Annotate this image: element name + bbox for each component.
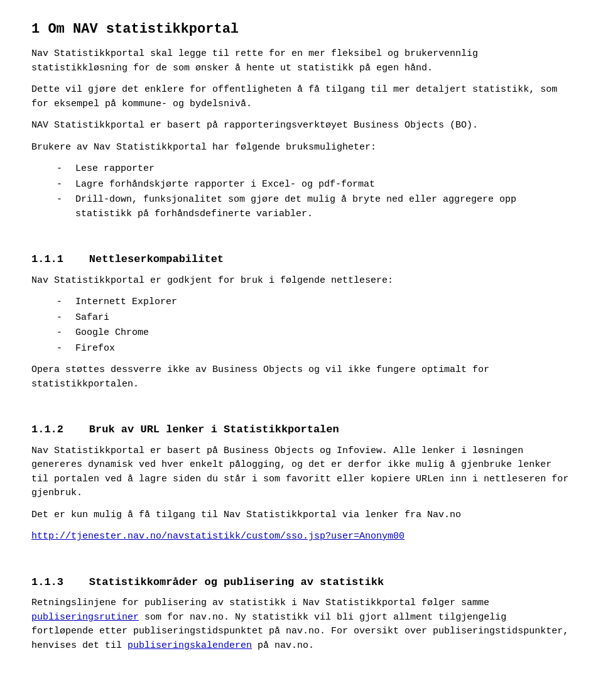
list-item: Google Chrome <box>69 326 572 341</box>
section-1-2-num: 1.1.2 <box>31 424 63 435</box>
section-1-3-header: 1.1.3 Statistikkområder og publisering a… <box>31 574 572 591</box>
list-item: Lagre forhåndskjørte rapporter i Excel- … <box>69 178 572 192</box>
section-1-1-num: 1.1.1 <box>31 253 63 265</box>
brukere-list: Lese rapporterLagre forhåndskjørte rappo… <box>69 162 572 221</box>
section-1-3-p1-suffix: på nav.no. <box>258 640 314 651</box>
section-1-3-p1-prefix: Retningslinjene for publisering av stati… <box>31 598 489 608</box>
intro-paragraph-3: NAV Statistikkportal er basert på rappor… <box>31 119 572 133</box>
list-item: Drill-down, funksjonalitet som gjøre det… <box>69 193 572 221</box>
intro-paragraph-1: Nav Statistikkportal skal legge til rett… <box>31 47 572 75</box>
publiseringsrutiner-link[interactable]: publiseringsrutiner <box>31 612 139 623</box>
page-title: 1 Om NAV statistikkportal <box>31 19 572 40</box>
section-1-2-header: 1.1.2 Bruk av URL lenker i Statistikkpor… <box>31 422 572 438</box>
section-1-2-link-para: http://tjenester.nav.no/navstatistikk/cu… <box>31 530 572 544</box>
list-item: Internett Explorer <box>69 295 572 310</box>
nettlesere-list: Internett ExplorerSafariGoogle ChromeFir… <box>69 295 572 356</box>
section-1-1-intro: Nav Statistikkportal er godkjent for bru… <box>31 274 572 288</box>
list-item: Safari <box>69 311 572 325</box>
section-1-3-title: Statistikkområder og publisering av stat… <box>89 576 384 588</box>
section-1-2-title: Bruk av URL lenker i Statistikkportalen <box>89 424 339 435</box>
intro-paragraph-2: Dette vil gjøre det enklere for offentli… <box>31 83 572 111</box>
opera-note: Opera støttes dessverre ikke av Business… <box>31 363 572 391</box>
section-1-3-num: 1.1.3 <box>31 576 63 588</box>
section-1-3-p1: Retningslinjene for publisering av stati… <box>31 596 572 653</box>
list-item: Lese rapporter <box>69 162 572 177</box>
publiseringskalenderen-link[interactable]: publiseringskalenderen <box>128 640 252 651</box>
brukere-heading: Brukere av Nav Statistikkportal har følg… <box>31 141 572 155</box>
section-1-1-header: 1.1.1 Nettleserkompabilitet <box>31 251 572 268</box>
section-1-1-title: Nettleserkompabilitet <box>89 253 224 265</box>
list-item: Firefox <box>69 342 572 356</box>
section-1-2-link[interactable]: http://tjenester.nav.no/navstatistikk/cu… <box>31 531 405 542</box>
section-1-2-p1: Nav Statistikkportal er basert på Busine… <box>31 444 572 501</box>
section-1-2-p2: Det er kun mulig å få tilgang til Nav St… <box>31 508 572 523</box>
